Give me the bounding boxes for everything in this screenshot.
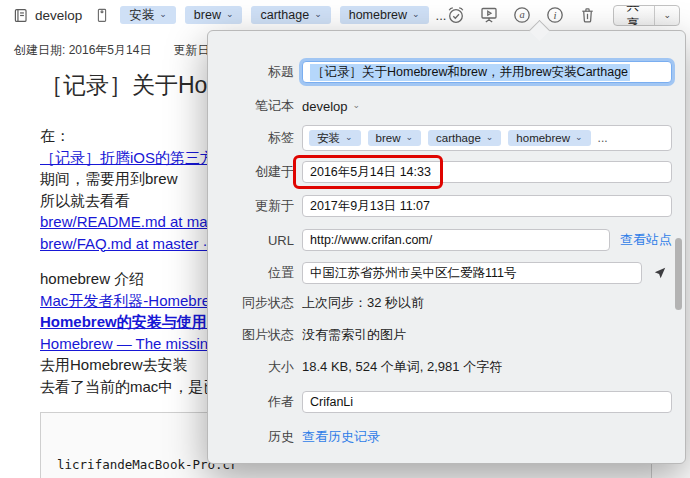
field-label-created: 创建于 [208, 163, 294, 181]
share-dropdown-button[interactable]: ⌄ [655, 6, 679, 25]
chevron-down-icon: ⌄ [353, 100, 361, 110]
add-tag-button[interactable] [94, 6, 110, 24]
body-line: 期间，需要用到brew [40, 168, 230, 190]
field-label-size: 大小 [208, 358, 294, 376]
body-line: 去看了当前的mac中，是已 [40, 376, 230, 398]
sync-status-value: 上次同步：32 秒以前 [302, 294, 424, 312]
note-body: 在： ［记录］折腾iOS的第三方包 期间，需要用到brew 所以就去看看 bre… [40, 125, 230, 397]
tag-label: 安装 [317, 131, 340, 146]
navigation-arrow-icon [652, 265, 668, 281]
body-line: 在： [40, 125, 230, 147]
notebook-name: develop [35, 8, 82, 23]
info-icon[interactable]: i [545, 5, 565, 25]
popover-tag-anzhuang[interactable]: 安装 ⌄ [309, 130, 361, 146]
url-value: http://www.crifan.com/ [310, 233, 432, 247]
toolbar-tag-brew[interactable]: brew ⌄ [185, 6, 243, 24]
body-link[interactable]: brew/FAQ.md at master · H [40, 233, 230, 255]
size-value: 18.4 KB, 524 个单词, 2,981 个字符 [302, 358, 502, 376]
notebook-value: develop [302, 99, 348, 114]
updated-date-input[interactable]: 2017年9月13日 11:07 [302, 195, 672, 217]
locate-button[interactable] [652, 265, 668, 281]
popover-tag-homebrew[interactable]: homebrew ⌄ [508, 130, 590, 146]
note-toolbar: develop 安装 ⌄ brew ⌄ carthage ⌄ homebrew … [0, 0, 690, 30]
updated-date-value: 2017年9月13日 11:07 [310, 198, 430, 215]
share-button-group: 共享 ⌄ [613, 5, 680, 26]
tag-label: brew [194, 8, 221, 22]
chevron-down-icon: ⌄ [412, 10, 420, 19]
location-input[interactable]: 中国江苏省苏州市吴中区仁爱路111号 [302, 262, 642, 284]
chevron-down-icon: ⌄ [486, 133, 494, 142]
chevron-down-icon: ⌄ [663, 10, 671, 20]
body-link[interactable]: Homebrew — The missing [40, 333, 230, 355]
created-date-input[interactable]: 2016年5月14日 14:33 [302, 161, 672, 183]
chevron-down-icon: ⌄ [226, 10, 234, 19]
image-status-value: 没有需索引的图片 [302, 326, 406, 344]
meta-created-date: 创建日期: 2016年5月14日 [14, 43, 151, 57]
tags-overflow[interactable]: ... [436, 8, 447, 23]
trash-icon[interactable] [578, 5, 597, 25]
field-label-updated: 更新于 [208, 197, 294, 215]
tag-icon [94, 6, 110, 24]
chevron-down-icon: ⌄ [575, 133, 583, 142]
field-label-history: 历史 [208, 428, 294, 446]
field-label-url: URL [208, 233, 294, 248]
field-label-location: 位置 [208, 264, 294, 282]
url-input[interactable]: http://www.crifan.com/ [302, 229, 610, 251]
popover-tag-carthage[interactable]: carthage ⌄ [428, 130, 501, 146]
tag-label: brew [376, 132, 401, 144]
svg-text:i: i [554, 9, 557, 21]
note-info-popover: 标题 ［记录］关于Homebrew和brew，并用brew安装Carthage … [207, 30, 686, 464]
body-line: 去用Homebrew去安装 [40, 354, 230, 376]
tag-label: 安装 [129, 7, 154, 24]
field-label-tags: 标签 [208, 129, 294, 147]
toolbar-tag-homebrew[interactable]: homebrew ⌄ [340, 6, 429, 24]
tag-label: carthage [436, 132, 481, 144]
body-link[interactable]: Mac开发者利器-Homebrew [40, 290, 230, 312]
title-input[interactable]: ［记录］关于Homebrew和brew，并用brew安装Carthage [302, 61, 672, 83]
reminder-icon[interactable] [446, 5, 466, 25]
body-line: homebrew 介绍 [40, 268, 230, 290]
view-history-link[interactable]: 查看历史记录 [302, 428, 380, 446]
body-link[interactable]: Homebrew的安装与使用 - [40, 311, 230, 333]
tag-label: carthage [260, 8, 309, 22]
location-value: 中国江苏省苏州市吴中区仁爱路111号 [310, 265, 517, 282]
tags-input[interactable]: 安装 ⌄ brew ⌄ carthage ⌄ homebrew ⌄ ... [302, 125, 672, 151]
popover-tag-brew[interactable]: brew ⌄ [368, 130, 421, 146]
created-date-value: 2016年5月14日 14:33 [310, 164, 431, 181]
notebook-icon [10, 5, 30, 25]
popover-tags-overflow[interactable]: ... [598, 131, 608, 145]
notebook-dropdown[interactable]: develop ⌄ [302, 99, 360, 114]
popover-scrollbar-thumb[interactable] [675, 238, 682, 310]
tag-label: homebrew [516, 132, 570, 144]
chevron-down-icon: ⌄ [405, 133, 413, 142]
author-input[interactable]: CrifanLi [302, 391, 672, 413]
body-link[interactable]: ［记录］折腾iOS的第三方包 [40, 147, 230, 169]
body-line: 所以就去看看 [40, 190, 230, 212]
field-label-title: 标题 [208, 63, 294, 81]
field-label-author: 作者 [208, 393, 294, 411]
author-value: CrifanLi [310, 395, 353, 409]
field-label-sync: 同步状态 [208, 294, 294, 312]
body-link[interactable]: brew/README.md at mast [40, 211, 230, 233]
view-site-link[interactable]: 查看站点 [620, 231, 672, 249]
title-selected-text: ［记录］关于Homebrew和brew，并用brew安装Carthage [310, 64, 630, 81]
chevron-down-icon: ⌄ [314, 10, 322, 19]
toolbar-tag-anzhuang[interactable]: 安装 ⌄ [120, 6, 176, 24]
annotate-icon[interactable]: a [512, 5, 532, 25]
share-button[interactable]: 共享 [614, 6, 655, 25]
present-icon[interactable] [479, 5, 499, 25]
tag-label: homebrew [349, 8, 407, 22]
body-spacer [40, 254, 230, 268]
app-window: develop 安装 ⌄ brew ⌄ carthage ⌄ homebrew … [0, 0, 690, 478]
notebook-selector[interactable]: develop [10, 5, 82, 25]
chevron-down-icon: ⌄ [159, 10, 167, 19]
toolbar-tag-carthage[interactable]: carthage ⌄ [251, 6, 330, 24]
field-label-notebook: 笔记本 [208, 97, 294, 115]
field-label-images: 图片状态 [208, 326, 294, 344]
svg-text:a: a [520, 9, 525, 20]
chevron-down-icon: ⌄ [345, 133, 353, 142]
